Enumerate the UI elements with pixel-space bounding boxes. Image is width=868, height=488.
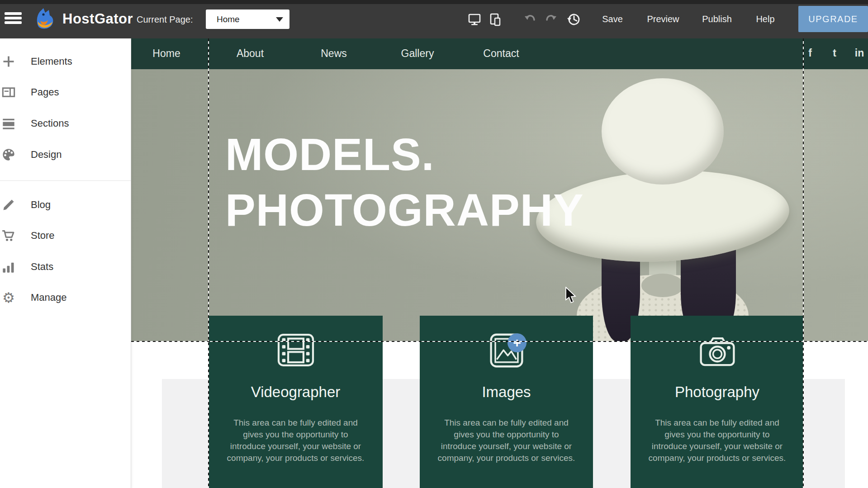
sidebar-label: Design bbox=[31, 149, 62, 161]
hero-headline[interactable]: MODELS. PHOTOGRAPHY bbox=[225, 127, 584, 238]
film-icon bbox=[276, 333, 315, 369]
card-photography[interactable]: Photography This area can be fully edite… bbox=[631, 316, 804, 488]
save-button[interactable]: Save bbox=[602, 14, 623, 24]
card-body-line: introduce yourself, your website or bbox=[420, 441, 593, 452]
card-body-line: gives you the opportunity to bbox=[631, 429, 804, 441]
upgrade-button[interactable]: UPGRADE bbox=[798, 6, 868, 32]
card-body-line: company, your products or services. bbox=[420, 452, 593, 464]
sidebar-label: Stats bbox=[31, 261, 53, 273]
site-nav-news[interactable]: News bbox=[321, 47, 347, 60]
bar-chart-icon bbox=[1, 259, 16, 275]
redo-icon[interactable] bbox=[543, 12, 559, 27]
linkedin-icon[interactable]: in bbox=[855, 47, 864, 59]
card-body-line: This area can be fully edited and bbox=[209, 417, 383, 429]
plus-icon bbox=[1, 54, 16, 69]
brand-name: HostGator bbox=[62, 11, 133, 27]
gear-icon: ⚙ bbox=[1, 290, 16, 305]
card-body-line: introduce yourself, your website or bbox=[209, 441, 383, 452]
pencil-icon bbox=[1, 197, 16, 213]
sidebar-divider bbox=[0, 180, 131, 181]
sidebar-item-stats[interactable]: Stats bbox=[0, 254, 131, 280]
publish-button[interactable]: Publish bbox=[702, 14, 732, 24]
card-title[interactable]: Videographer bbox=[209, 384, 383, 401]
sidebar-item-elements[interactable]: Elements bbox=[0, 49, 131, 74]
card-images[interactable]: + Images This area can be fully edited a… bbox=[420, 316, 593, 488]
page-select[interactable]: Home bbox=[206, 9, 289, 29]
twitter-icon[interactable]: t bbox=[833, 47, 836, 59]
top-toolbar: HostGator Current Page: Home Save Previe… bbox=[0, 0, 868, 38]
model-neckline bbox=[641, 274, 684, 297]
sidebar-item-pages[interactable]: Pages bbox=[0, 80, 131, 105]
card-body-line: This area can be fully edited and bbox=[420, 417, 593, 429]
facebook-icon[interactable]: f bbox=[808, 47, 812, 59]
sidebar-item-design[interactable]: Design bbox=[0, 142, 131, 167]
cart-icon bbox=[1, 228, 16, 243]
add-image-badge[interactable]: + bbox=[508, 333, 526, 352]
camera-icon bbox=[697, 333, 737, 370]
pages-icon bbox=[1, 85, 16, 100]
card-body[interactable]: This area can be fully edited and gives … bbox=[209, 417, 383, 464]
palette-icon bbox=[1, 147, 16, 162]
builder-window: HostGator Current Page: Home Save Previe… bbox=[0, 0, 868, 488]
history-icon[interactable] bbox=[566, 12, 581, 27]
sections-icon bbox=[1, 116, 16, 131]
sidebar-item-blog[interactable]: Blog bbox=[0, 192, 131, 218]
mobile-preview-icon[interactable] bbox=[488, 12, 503, 27]
hostgator-mascot-icon bbox=[33, 6, 58, 32]
hostgator-logo: HostGator bbox=[33, 5, 133, 33]
hero-headline-line2: PHOTOGRAPHY bbox=[225, 182, 584, 238]
hero-section[interactable]: MODELS. PHOTOGRAPHY bbox=[131, 69, 868, 341]
sidebar-label: Elements bbox=[31, 56, 72, 67]
card-body[interactable]: This area can be fully edited and gives … bbox=[631, 417, 804, 464]
site-nav-home[interactable]: Home bbox=[152, 47, 180, 60]
desktop-preview-icon[interactable] bbox=[467, 12, 482, 27]
model-hat-crown bbox=[602, 78, 724, 185]
sidebar-item-sections[interactable]: Sections bbox=[0, 111, 131, 136]
chevron-down-icon bbox=[276, 17, 283, 22]
sidebar-label: Manage bbox=[31, 292, 67, 303]
site-navbar: Home About News Gallery Contact f t in bbox=[131, 38, 868, 69]
card-title[interactable]: Images bbox=[420, 384, 593, 401]
sidebar-label: Blog bbox=[31, 199, 51, 211]
site-nav-contact[interactable]: Contact bbox=[483, 47, 519, 60]
card-body-line: This area can be fully edited and bbox=[631, 417, 804, 429]
page-select-value: Home bbox=[217, 14, 276, 24]
site-nav-gallery[interactable]: Gallery bbox=[401, 47, 434, 60]
card-body[interactable]: This area can be fully edited and gives … bbox=[420, 417, 593, 464]
plus-icon: + bbox=[513, 335, 521, 351]
preview-button[interactable]: Preview bbox=[647, 14, 679, 24]
undo-icon[interactable] bbox=[522, 12, 538, 27]
sidebar-label: Sections bbox=[31, 118, 69, 129]
site-nav-about[interactable]: About bbox=[237, 47, 264, 60]
card-body-line: company, your products or services. bbox=[631, 452, 804, 464]
card-body-line: introduce yourself, your website or bbox=[631, 441, 804, 452]
hamburger-menu-icon[interactable] bbox=[5, 10, 23, 28]
sidebar-label: Store bbox=[31, 230, 55, 242]
hero-headline-line1: MODELS. bbox=[225, 127, 584, 182]
help-button[interactable]: Help bbox=[756, 14, 774, 24]
sidebar-item-store[interactable]: Store bbox=[0, 223, 131, 248]
sidebar-item-manage[interactable]: ⚙ Manage bbox=[0, 285, 131, 310]
editor-sidebar: Elements Pages Sections Design Blog bbox=[0, 38, 131, 488]
card-videographer[interactable]: Videographer This area can be fully edit… bbox=[209, 316, 383, 488]
card-body-line: gives you the opportunity to bbox=[209, 429, 383, 441]
card-title[interactable]: Photography bbox=[631, 384, 804, 401]
card-body-line: company, your products or services. bbox=[209, 452, 383, 464]
sidebar-label: Pages bbox=[31, 86, 59, 98]
card-body-line: gives you the opportunity to bbox=[420, 429, 593, 441]
current-page-label: Current Page: bbox=[137, 14, 193, 25]
